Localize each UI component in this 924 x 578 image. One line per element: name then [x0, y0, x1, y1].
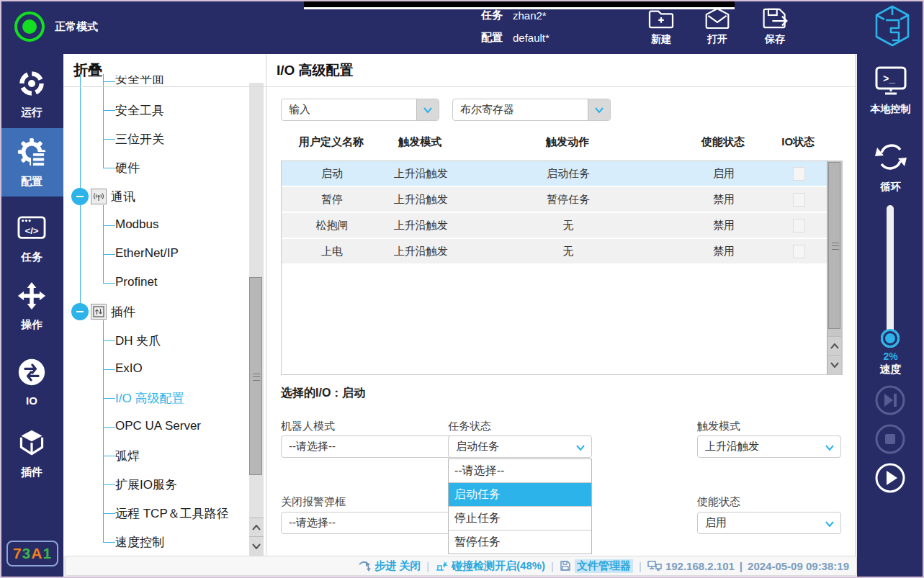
- table-cell: 禁用: [678, 193, 771, 207]
- nav-item-run[interactable]: 运行: [0, 60, 63, 128]
- tree-scrollbar[interactable]: [249, 83, 264, 556]
- collision-detection-status[interactable]: 碰撞检测开启(48%): [435, 559, 545, 573]
- brand-logo: [874, 4, 910, 50]
- nav-item-loop[interactable]: 循环: [857, 140, 924, 194]
- tree-item-3[interactable]: 硬件: [115, 160, 140, 176]
- io-state-checkbox[interactable]: [793, 167, 805, 181]
- nav-item-operate[interactable]: 操作: [0, 272, 63, 340]
- badge-char: 7: [13, 545, 22, 562]
- tree-item-8[interactable]: 插件: [111, 304, 135, 320]
- table-cell: 启动: [282, 167, 382, 181]
- tree-item-7[interactable]: Profinet: [115, 275, 158, 289]
- table-scrollbar[interactable]: [827, 161, 842, 374]
- chevron-down-icon: [576, 441, 585, 453]
- dropdown-option[interactable]: --请选择--: [449, 459, 591, 483]
- table-cell: 禁用: [678, 219, 771, 232]
- file-manager-link[interactable]: 文件管理器: [560, 559, 633, 573]
- tree-connector-line: [103, 369, 115, 370]
- save-button[interactable]: 保存: [755, 6, 795, 46]
- dropdown-option[interactable]: 暂停任务: [449, 530, 591, 554]
- tree-item-16[interactable]: 速度控制: [115, 534, 164, 551]
- tree-scrollbar-thumb[interactable]: [249, 277, 262, 475]
- tree-item-10[interactable]: ExIO: [115, 361, 143, 376]
- table-row[interactable]: 松抱闸上升沿触发无禁用: [282, 213, 827, 239]
- nav-item-task[interactable]: </> 任务: [0, 205, 63, 274]
- tree-item-12[interactable]: OPC UA Server: [115, 419, 201, 433]
- table-cell: 无: [459, 219, 677, 232]
- table-scroll-up-button[interactable]: [827, 336, 841, 356]
- open-button[interactable]: 打开: [697, 6, 737, 46]
- device-code-badge[interactable]: 73A1: [6, 541, 58, 566]
- tree-scroll-down-button[interactable]: [249, 536, 264, 556]
- tree-item-2[interactable]: 三位开关: [115, 131, 164, 148]
- right-nav: >_ 本地控制 循环 2% 速度: [857, 54, 924, 578]
- table-row[interactable]: 暂停上升沿触发暂停任务禁用: [282, 187, 827, 213]
- step-mode-text: 步进 关闭: [374, 559, 421, 573]
- tree-item-1[interactable]: 安全工具: [115, 102, 164, 119]
- task-state-select[interactable]: 启动任务: [448, 435, 592, 458]
- table-scroll-down-button[interactable]: [827, 355, 841, 374]
- io-icon: [17, 358, 46, 389]
- tree-item-label: 安全平面: [115, 76, 164, 86]
- speed-label: 速度: [857, 363, 924, 376]
- capture-strip: [304, 0, 735, 9]
- register-type-value: 布尔寄存器: [460, 103, 514, 117]
- nav-label-task: 任务: [21, 250, 42, 264]
- step-mode-status[interactable]: 步进 关闭: [358, 559, 421, 573]
- speed-value: 2%: [857, 351, 924, 362]
- enable-state-select[interactable]: 启用: [697, 512, 841, 534]
- task-state-value: 启动任务: [456, 440, 499, 453]
- register-type-select[interactable]: 布尔寄存器: [452, 99, 611, 121]
- new-button[interactable]: 新建: [641, 6, 681, 46]
- tree-item-11[interactable]: I/O 高级配置: [115, 390, 184, 407]
- dropdown-option[interactable]: 停止任务: [449, 507, 591, 530]
- network-icon: [647, 560, 662, 572]
- table-cell: [770, 193, 827, 207]
- antenna-icon: [91, 189, 107, 204]
- tree-item-5[interactable]: Modbus: [115, 217, 158, 232]
- io-direction-select[interactable]: 输入: [281, 99, 439, 121]
- table-scrollbar-thumb[interactable]: [828, 162, 840, 329]
- status-light-dot: [22, 19, 37, 34]
- tree-expander-icon[interactable]: [71, 303, 89, 320]
- tree-item-4[interactable]: 通讯: [111, 189, 135, 205]
- table-row[interactable]: 启动上升沿触发启动任务启用: [282, 161, 827, 187]
- step-forward-button[interactable]: [874, 384, 906, 416]
- tree-item-15[interactable]: 远程 TCP＆工具路径: [115, 505, 229, 522]
- robot-mode-label: 机器人模式: [281, 420, 335, 433]
- tree-expander-icon[interactable]: [71, 188, 89, 205]
- table-cell: 暂停: [282, 193, 382, 207]
- nav-item-local-control[interactable]: >_ 本地控制: [857, 66, 924, 116]
- tree-scroll-up-button[interactable]: [249, 518, 264, 537]
- tree-divider: [63, 86, 266, 87]
- table-cell: 启动任务: [459, 167, 677, 181]
- trigger-mode-select[interactable]: 上升沿触发: [697, 435, 841, 458]
- speed-slider-thumb[interactable]: [881, 329, 900, 348]
- speed-slider-track[interactable]: [887, 205, 894, 346]
- table-cell: [770, 167, 827, 181]
- tree-item-6[interactable]: EtherNet/IP: [115, 246, 179, 261]
- play-button[interactable]: [874, 462, 906, 494]
- tree-item-0[interactable]: 安全平面: [115, 76, 164, 86]
- io-table: 启动上升沿触发启动任务启用暂停上升沿触发暂停任务禁用松抱闸上升沿触发无禁用上电上…: [281, 161, 843, 375]
- io-state-checkbox[interactable]: [793, 193, 805, 207]
- tree-item-9[interactable]: DH 夹爪: [115, 333, 161, 349]
- tree-connector-line: [103, 484, 115, 485]
- task-code-icon: </>: [17, 215, 47, 245]
- table-row[interactable]: 上电上升沿触发无禁用: [282, 239, 827, 265]
- table-cell: 上升沿触发: [382, 167, 459, 181]
- nav-item-config[interactable]: 配置: [0, 128, 63, 197]
- nav-item-plugin[interactable]: 插件: [0, 420, 63, 488]
- task-config-meta: 任务zhan2* 配置default*: [481, 6, 550, 51]
- io-state-checkbox[interactable]: [793, 219, 805, 232]
- dropdown-option[interactable]: 启动任务: [449, 483, 591, 507]
- tree-item-13[interactable]: 弧焊: [115, 448, 140, 464]
- tree-connector-line: [103, 456, 115, 456]
- ip-address: 192.168.2.101: [665, 560, 735, 572]
- nav-item-io[interactable]: IO: [0, 348, 63, 416]
- table-cell: [770, 219, 827, 232]
- tree-item-14[interactable]: 扩展IO服务: [115, 477, 177, 493]
- stop-button[interactable]: [874, 423, 906, 455]
- tree-connector-line: [103, 254, 115, 255]
- io-state-checkbox[interactable]: [793, 245, 805, 258]
